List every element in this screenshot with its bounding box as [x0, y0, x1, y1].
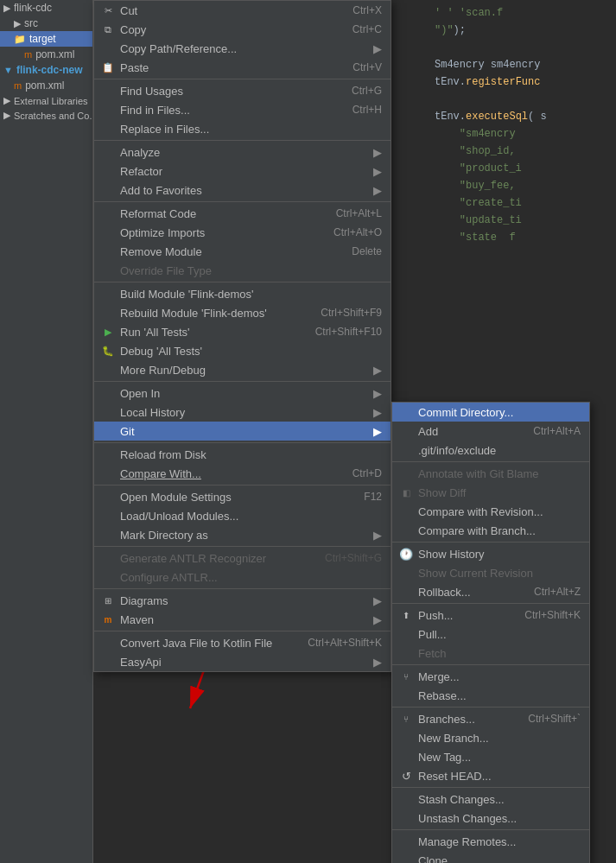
- menu-mark-directory-as[interactable]: Mark Directory as ▶: [94, 525, 391, 544]
- submenu-rollback[interactable]: Rollback... Ctrl+Alt+Z: [392, 582, 589, 601]
- arrow-right-icon: ▶: [373, 613, 382, 626]
- menu-add-to-favorites[interactable]: Add to Favorites ▶: [94, 181, 391, 200]
- menu-local-history[interactable]: Local History ▶: [94, 403, 391, 422]
- menu-compare-with[interactable]: Compare With... Ctrl+D: [94, 464, 391, 483]
- tree-item-src[interactable]: ▶ src: [0, 16, 92, 31]
- divider-2: [94, 140, 391, 141]
- submenu-pull[interactable]: Pull...: [392, 625, 589, 644]
- maven-icon: m: [101, 612, 115, 626]
- divider-3: [94, 201, 391, 202]
- submenu-unstash-changes[interactable]: Unstash Changes...: [392, 809, 589, 828]
- submenu-new-branch[interactable]: New Branch...: [392, 728, 589, 747]
- folder-icon: ▶: [3, 3, 10, 14]
- menu-diagrams[interactable]: ⊞ Diagrams ▶: [94, 591, 391, 610]
- menu-open-module-settings[interactable]: Open Module Settings F12: [94, 487, 391, 506]
- tree-item-pom-xml-2[interactable]: m pom.xml: [0, 78, 92, 93]
- submenu-show-current-revision: Show Current Revision: [392, 563, 589, 582]
- submenu-git-info-exclude[interactable]: .git/info/exclude: [392, 441, 589, 460]
- menu-generate-antlr: Generate ANTLR Recognizer Ctrl+Shift+G: [94, 549, 391, 568]
- menu-copy-path[interactable]: Copy Path/Reference... ▶: [94, 39, 391, 58]
- tree-item-pom-xml-1[interactable]: m pom.xml: [0, 47, 92, 62]
- menu-build-module[interactable]: Build Module 'Flink-demos': [94, 284, 391, 303]
- arrow-right-icon: ▶: [373, 425, 382, 438]
- menu-easy-api[interactable]: EasyApi ▶: [94, 652, 391, 671]
- submenu-branches[interactable]: ⑂ Branches... Ctrl+Shift+`: [392, 709, 589, 728]
- menu-find-in-files[interactable]: Find in Files... Ctrl+H: [94, 100, 391, 119]
- menu-reload-from-disk[interactable]: Reload from Disk: [94, 445, 391, 464]
- submenu-merge[interactable]: ⑂ Merge...: [392, 667, 589, 686]
- menu-git[interactable]: Git ▶: [94, 422, 391, 441]
- tree-item-flink-cdc-new[interactable]: ▼ flink-cdc-new: [0, 62, 92, 78]
- branches-icon: ⑂: [399, 712, 413, 726]
- menu-open-in[interactable]: Open In ▶: [94, 384, 391, 403]
- submenu-show-diff: ◧ Show Diff: [392, 483, 589, 502]
- submenu-fetch: Fetch: [392, 644, 589, 663]
- git-divider-6: [392, 787, 589, 788]
- divider-8: [94, 546, 391, 547]
- submenu-annotate-with-git-blame: Annotate with Git Blame: [392, 464, 589, 483]
- submenu-stash-changes[interactable]: Stash Changes...: [392, 790, 589, 809]
- submenu-add[interactable]: Add Ctrl+Alt+A: [392, 422, 589, 441]
- arrow-right-icon: ▶: [373, 364, 382, 377]
- menu-remove-module[interactable]: Remove Module Delete: [94, 242, 391, 261]
- arrow-right-icon: ▶: [373, 656, 382, 669]
- git-divider-5: [392, 707, 589, 708]
- submenu-rebase[interactable]: Rebase...: [392, 686, 589, 705]
- menu-replace-in-files[interactable]: Replace in Files...: [94, 119, 391, 138]
- arrow-right-icon: ▶: [373, 165, 382, 178]
- tree-item-flink-cdc[interactable]: ▶ flink-cdc: [0, 0, 92, 16]
- merge-icon: ⑂: [399, 669, 413, 683]
- push-icon: ⬆: [399, 608, 413, 622]
- reset-icon: ↺: [399, 769, 413, 783]
- folder-icon: ▼: [3, 65, 13, 75]
- submenu-manage-remotes[interactable]: Manage Remotes...: [392, 832, 589, 851]
- menu-paste[interactable]: 📋 Paste Ctrl+V: [94, 58, 391, 77]
- diff-icon: ◧: [399, 485, 413, 499]
- arrow-right-icon: ▶: [373, 594, 382, 607]
- menu-maven[interactable]: m Maven ▶: [94, 610, 391, 629]
- submenu-commit-directory[interactable]: Commit Directory...: [392, 403, 589, 422]
- menu-refactor[interactable]: Refactor ▶: [94, 162, 391, 181]
- git-divider-2: [392, 542, 589, 543]
- git-submenu: Commit Directory... Add Ctrl+Alt+A .git/…: [391, 402, 590, 863]
- tree-item-scratches[interactable]: ▶ Scratches and Co...: [0, 108, 92, 123]
- divider-9: [94, 588, 391, 589]
- submenu-compare-with-branch[interactable]: Compare with Branch...: [392, 521, 589, 540]
- menu-copy[interactable]: ⧉ Copy Ctrl+C: [94, 20, 391, 39]
- menu-load-unload-modules[interactable]: Load/Unload Modules...: [94, 506, 391, 525]
- tree-item-target[interactable]: 📁 target: [0, 31, 92, 47]
- git-divider-4: [392, 664, 589, 665]
- tree-item-external-libraries[interactable]: ▶ External Libraries: [0, 93, 92, 108]
- divider-6: [94, 442, 391, 443]
- menu-debug-all-tests[interactable]: 🐛 Debug 'All Tests': [94, 341, 391, 360]
- menu-more-run-debug[interactable]: More Run/Debug ▶: [94, 360, 391, 379]
- divider-7: [94, 485, 391, 485]
- arrow-right-icon: ▶: [373, 146, 382, 159]
- divider-1: [94, 79, 391, 79]
- folder-icon: ▶: [3, 110, 10, 121]
- divider-10: [94, 631, 391, 631]
- submenu-reset-head[interactable]: ↺ Reset HEAD...: [392, 766, 589, 785]
- menu-analyze[interactable]: Analyze ▶: [94, 143, 391, 162]
- arrow-right-icon: ▶: [373, 42, 382, 55]
- context-menu: ✂ Cut Ctrl+X ⧉ Copy Ctrl+C Copy Path/Ref…: [93, 0, 391, 672]
- debug-icon: 🐛: [101, 344, 115, 358]
- folder-icon: 📁: [14, 34, 26, 45]
- menu-reformat-code[interactable]: Reformat Code Ctrl+Alt+L: [94, 204, 391, 223]
- menu-cut[interactable]: ✂ Cut Ctrl+X: [94, 1, 391, 20]
- submenu-show-history[interactable]: 🕐 Show History: [392, 544, 589, 563]
- submenu-new-tag[interactable]: New Tag...: [392, 747, 589, 766]
- menu-run-all-tests[interactable]: ▶ Run 'All Tests' Ctrl+Shift+F10: [94, 322, 391, 341]
- diagrams-icon: ⊞: [101, 593, 115, 607]
- copy-icon: ⧉: [101, 22, 115, 36]
- menu-convert-java-to-kotlin[interactable]: Convert Java File to Kotlin File Ctrl+Al…: [94, 633, 391, 652]
- submenu-clone[interactable]: Clone...: [392, 851, 589, 863]
- menu-rebuild-module[interactable]: Rebuild Module 'Flink-demos' Ctrl+Shift+…: [94, 303, 391, 322]
- menu-optimize-imports[interactable]: Optimize Imports Ctrl+Alt+O: [94, 223, 391, 242]
- arrow-right-icon: ▶: [373, 184, 382, 197]
- arrow-right-icon: ▶: [373, 406, 382, 419]
- submenu-compare-with-revision[interactable]: Compare with Revision...: [392, 502, 589, 521]
- menu-configure-antlr: Configure ANTLR...: [94, 568, 391, 587]
- menu-find-usages[interactable]: Find Usages Ctrl+G: [94, 81, 391, 100]
- submenu-push[interactable]: ⬆ Push... Ctrl+Shift+K: [392, 606, 589, 625]
